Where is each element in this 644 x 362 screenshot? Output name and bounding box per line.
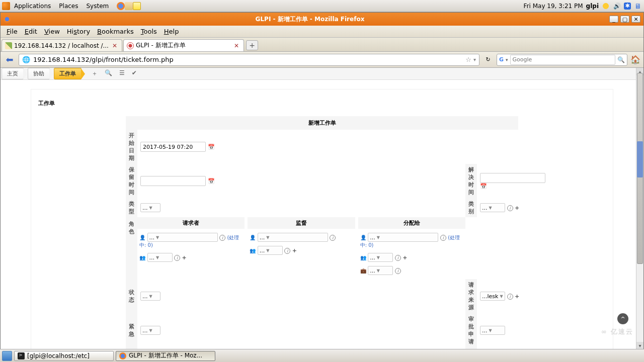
supplier-icon [360, 267, 366, 274]
menu-view[interactable]: View [41, 27, 63, 36]
add-requester-group[interactable]: + [182, 254, 187, 261]
info-icon[interactable] [507, 294, 513, 300]
info-icon[interactable] [219, 235, 225, 241]
add-watcher-group[interactable]: + [292, 247, 297, 254]
volume-icon[interactable] [613, 2, 621, 10]
toolbar-add-icon[interactable]: ＋ [92, 69, 98, 78]
url-bar[interactable]: 🌐 192.168.144.132/glpi/front/ticket.form… [19, 54, 479, 66]
label-start-date: 开始日期 [126, 130, 137, 164]
menu-help[interactable]: Help [161, 27, 182, 36]
search-go-icon[interactable] [617, 56, 625, 63]
assigned-group-dropdown[interactable]: ...▼ [368, 253, 393, 262]
places-menu[interactable]: Places [55, 2, 82, 11]
start-date-input[interactable] [140, 142, 206, 152]
bluetooth-icon[interactable]: ✱ [624, 3, 631, 10]
brightness-icon[interactable] [602, 2, 610, 10]
tab-glpi[interactable]: GLPI - 新增工作单 ✕ [123, 39, 244, 51]
toolbar-list-icon[interactable]: ☰ [119, 69, 125, 78]
request-source-dropdown[interactable]: ...lesk▼ [480, 292, 505, 301]
info-icon[interactable] [395, 255, 401, 261]
status-dropdown[interactable]: ...▼ [140, 292, 160, 301]
tab-close-pma[interactable]: ✕ [111, 42, 119, 49]
page-title: 工作单 [38, 100, 606, 107]
minimize-button[interactable]: _ [609, 16, 618, 23]
phpmyadmin-icon [5, 42, 12, 49]
home-button[interactable] [630, 55, 640, 64]
menu-history[interactable]: History [64, 27, 93, 36]
group-icon [250, 247, 256, 254]
task-firefox[interactable]: GLPI - 新增工作单 - Moz... [116, 351, 215, 361]
label-urgency: 紧急 [126, 313, 137, 347]
firefox-window-icon [4, 16, 11, 23]
tab-phpmyadmin[interactable]: 192.168.144.132 / localhost /... ✕ [2, 39, 122, 51]
info-icon[interactable] [395, 268, 401, 274]
menu-tools[interactable]: Tools [138, 27, 160, 36]
firefox-task-icon [119, 352, 126, 359]
scroll-down-icon[interactable]: ▾ [636, 342, 643, 349]
info-icon[interactable] [507, 205, 513, 211]
terminal-icon [18, 352, 25, 359]
file-manager-icon[interactable] [125, 2, 133, 10]
menu-bookmarks[interactable]: Bookmarks [94, 27, 137, 36]
maximize-button[interactable]: ▢ [620, 16, 629, 23]
category-dropdown[interactable]: ...▼ [480, 203, 505, 212]
breadcrumb-help[interactable]: 协助 [28, 68, 50, 79]
current-user[interactable]: glpi [586, 3, 599, 10]
watermark: 亿速云 [601, 327, 633, 336]
tab-close-glpi[interactable]: ✕ [232, 42, 240, 49]
info-icon[interactable] [330, 235, 336, 241]
toolbar-search-icon[interactable]: 🔍 [105, 69, 112, 78]
firefox-launcher-icon[interactable] [117, 2, 125, 10]
vertical-scrollbar[interactable]: ▴ ▾ [636, 68, 643, 349]
approve-dropdown[interactable]: ...▼ [480, 326, 505, 335]
calendar-icon[interactable] [208, 178, 215, 185]
search-bar[interactable]: ▾ [497, 54, 627, 66]
add-source-button[interactable]: + [515, 293, 519, 300]
applications-menu[interactable]: Applications [10, 2, 55, 11]
search-input[interactable] [510, 55, 615, 65]
breadcrumb-ticket[interactable]: 工作单 [54, 68, 82, 79]
applications-icon[interactable] [2, 2, 10, 10]
resolve-time-input[interactable] [480, 173, 545, 183]
group-icon [139, 254, 145, 261]
group-icon [360, 254, 366, 261]
add-category-button[interactable]: + [515, 205, 519, 211]
label-role: 角色 [126, 217, 137, 279]
calendar-icon[interactable] [208, 144, 215, 150]
task-terminal[interactable]: [glpi@localhost:/etc] [14, 351, 114, 361]
bookmark-star-icon[interactable]: ☆ [465, 56, 471, 63]
watcher-group-dropdown[interactable]: ...▼ [258, 246, 283, 255]
new-tab-button[interactable]: + [246, 40, 258, 50]
url-dropdown-icon[interactable]: ▾ [473, 57, 476, 62]
type-dropdown[interactable]: ...▼ [140, 203, 160, 212]
retain-time-input[interactable] [140, 176, 206, 186]
calendar-icon[interactable] [480, 183, 487, 190]
info-icon[interactable] [284, 248, 290, 254]
system-menu[interactable]: System [82, 2, 113, 11]
urgency-dropdown[interactable]: ...▼ [140, 326, 160, 335]
person-icon [360, 234, 366, 241]
assigned-user-dropdown[interactable]: ...▼ [368, 233, 438, 242]
breadcrumb-home[interactable]: 主页 [2, 68, 24, 79]
close-button[interactable]: ✕ [631, 16, 640, 23]
search-dropdown-icon[interactable]: ▾ [506, 57, 508, 62]
scroll-top-button[interactable]: ^ [617, 313, 628, 324]
reload-button[interactable]: ↻ [482, 54, 494, 65]
nav-back-button[interactable]: ⬅ [4, 54, 16, 66]
display-icon[interactable] [634, 2, 642, 10]
show-desktop-button[interactable] [2, 351, 12, 361]
info-icon[interactable] [440, 235, 446, 241]
assigned-supplier-dropdown[interactable]: ...▼ [368, 266, 393, 275]
label-approve: 审批申请 [465, 313, 477, 347]
requester-group-dropdown[interactable]: ...▼ [147, 253, 173, 262]
notes-icon[interactable] [133, 2, 141, 10]
add-assigned-group[interactable]: + [403, 254, 407, 261]
menu-file[interactable]: File [4, 27, 21, 36]
url-text: 192.168.144.132/glpi/front/ticket.form.p… [33, 56, 174, 63]
clock[interactable]: Fri May 19, 3:21 PM [524, 3, 583, 10]
info-icon[interactable] [174, 255, 180, 261]
toolbar-settings-icon[interactable]: ✔ [132, 69, 137, 78]
watcher-user-dropdown[interactable]: ...▼ [258, 233, 328, 242]
menu-edit[interactable]: Edit [22, 27, 40, 36]
requester-user-dropdown[interactable]: ...▼ [147, 233, 218, 242]
